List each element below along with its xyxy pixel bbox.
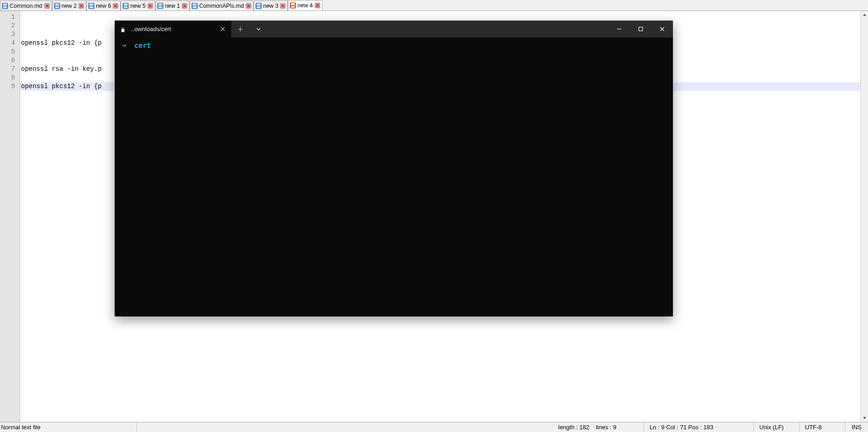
svg-rect-8: [90, 6, 93, 8]
close-tab-icon[interactable]: [182, 3, 187, 9]
line-number: 5: [0, 47, 20, 56]
svg-rect-17: [193, 6, 196, 8]
file-unsaved-icon: [290, 2, 296, 9]
document-tab[interactable]: new 3: [254, 0, 288, 11]
close-tab-icon[interactable]: [79, 3, 84, 9]
svg-rect-30: [639, 27, 643, 31]
close-tab-icon[interactable]: [280, 3, 286, 9]
close-tab-icon[interactable]: [44, 3, 50, 9]
svg-rect-16: [193, 4, 196, 5]
line-number-gutter: 1 2 3 4 5 6 7 8 9: [0, 11, 20, 422]
document-tab[interactable]: Common.md: [0, 0, 52, 11]
document-tab-label: new 2: [62, 3, 77, 9]
document-tab-label: new 4: [297, 2, 312, 9]
line-number: 2: [0, 21, 20, 30]
maximize-icon[interactable]: [630, 21, 651, 37]
document-tab-label: new 6: [96, 3, 111, 9]
document-tab[interactable]: new 2: [52, 0, 86, 11]
minimize-icon[interactable]: [609, 21, 630, 37]
line-number: 6: [0, 56, 20, 65]
svg-rect-19: [257, 4, 260, 5]
document-tab-label: CommonAPIs.md: [199, 3, 244, 9]
status-filetype: Normal text file: [0, 422, 137, 432]
document-tab[interactable]: CommonAPIs.md: [190, 0, 254, 11]
terminal-tab[interactable]: ..ownloads/cert: [115, 21, 231, 37]
svg-point-28: [122, 27, 122, 28]
svg-rect-20: [257, 6, 260, 8]
file-saved-icon: [255, 3, 262, 9]
scroll-down-icon[interactable]: [861, 414, 868, 422]
terminal-dropdown-icon[interactable]: [249, 21, 268, 37]
line-number: 7: [0, 65, 20, 74]
close-tab-icon[interactable]: [148, 3, 153, 9]
close-window-icon[interactable]: [651, 21, 673, 37]
svg-rect-22: [291, 3, 295, 5]
terminal-new-tab-icon[interactable]: [231, 21, 249, 37]
document-tab-label: new 1: [165, 3, 180, 9]
document-tab[interactable]: new 1: [155, 0, 190, 11]
terminal-window[interactable]: ..ownloads/cert ➜ cert: [115, 21, 673, 316]
line-number: 8: [0, 74, 20, 82]
terminal-prompt-symbol: ➜: [122, 42, 126, 50]
file-saved-icon: [122, 3, 129, 9]
status-length: length : 182: [558, 424, 589, 431]
status-encoding: UTF-8: [799, 422, 845, 432]
close-tab-icon[interactable]: [246, 3, 251, 9]
terminal-tab-close-icon[interactable]: [217, 24, 228, 34]
status-caret: Ln : 9 Col : 71 Pos : 183: [644, 422, 754, 432]
svg-rect-1: [3, 4, 7, 5]
svg-rect-10: [124, 4, 127, 5]
svg-rect-4: [55, 4, 59, 5]
svg-rect-11: [124, 6, 127, 8]
svg-rect-13: [159, 4, 162, 5]
line-number: 1: [0, 13, 20, 21]
line-number: 9: [0, 82, 20, 91]
terminal-prompt-line: ➜ cert: [122, 41, 666, 51]
vertical-scrollbar[interactable]: [860, 11, 868, 422]
svg-rect-5: [55, 6, 59, 8]
file-saved-icon: [191, 3, 198, 9]
document-tab-label: new 3: [263, 3, 278, 9]
terminal-tab-title: ..ownloads/cert: [131, 26, 217, 32]
terminal-title-bar[interactable]: ..ownloads/cert: [115, 21, 673, 37]
document-tab-label: new 5: [130, 3, 145, 9]
close-tab-icon[interactable]: [315, 3, 320, 8]
status-eol: Unix (LF): [754, 422, 799, 432]
document-tab-label: Common.md: [10, 3, 42, 9]
scroll-up-icon[interactable]: [861, 11, 868, 19]
document-tab[interactable]: new 6: [86, 0, 121, 11]
svg-rect-7: [90, 4, 93, 5]
terminal-titlebar-spacer[interactable]: [268, 21, 609, 37]
status-length-lines: length : 182 lines : 9: [553, 422, 644, 432]
svg-rect-23: [291, 6, 295, 8]
file-saved-icon: [2, 3, 8, 9]
status-bar: Normal text file length : 182 lines : 9 …: [0, 422, 868, 432]
file-saved-icon: [54, 3, 60, 9]
close-tab-icon[interactable]: [113, 3, 118, 9]
document-tab[interactable]: new 5: [121, 0, 155, 11]
status-insert-mode: INS: [845, 422, 868, 432]
svg-rect-2: [3, 6, 7, 8]
document-tab-bar: Common.md new 2 new 6 new 5: [0, 0, 868, 11]
tux-linux-icon: [119, 26, 127, 33]
document-tab-active[interactable]: new 4: [288, 0, 322, 11]
status-lines: lines : 9: [596, 424, 616, 431]
file-saved-icon: [157, 3, 164, 9]
svg-rect-14: [159, 6, 162, 8]
line-number: 3: [0, 30, 20, 39]
line-number: 4: [0, 39, 20, 47]
file-saved-icon: [88, 3, 95, 9]
terminal-body[interactable]: ➜ cert: [115, 37, 673, 316]
svg-point-29: [123, 27, 124, 28]
terminal-current-folder: cert: [134, 42, 151, 50]
